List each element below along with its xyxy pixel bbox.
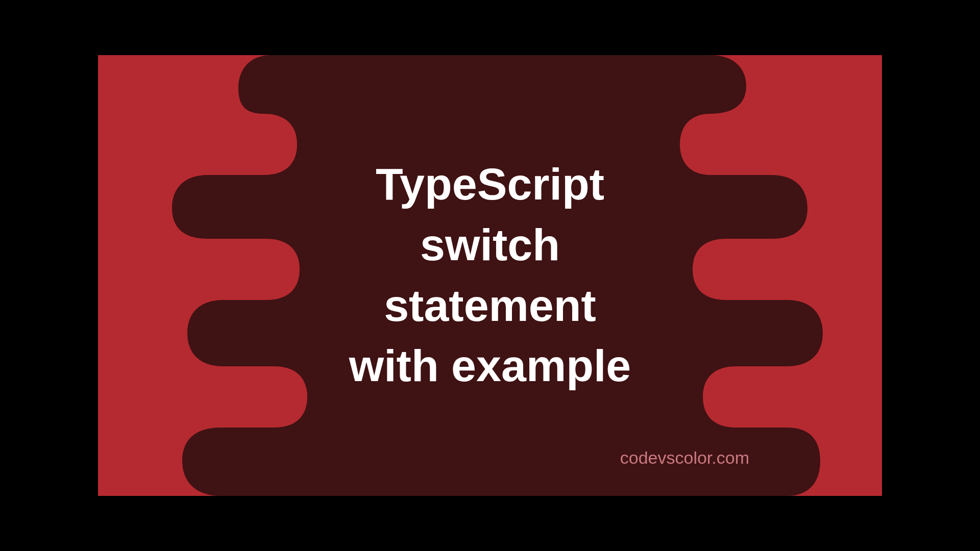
page-title: TypeScript switch statement with example bbox=[349, 154, 631, 396]
watermark-text: codevscolor.com bbox=[620, 448, 749, 468]
banner-card: TypeScript switch statement with example… bbox=[98, 55, 882, 496]
